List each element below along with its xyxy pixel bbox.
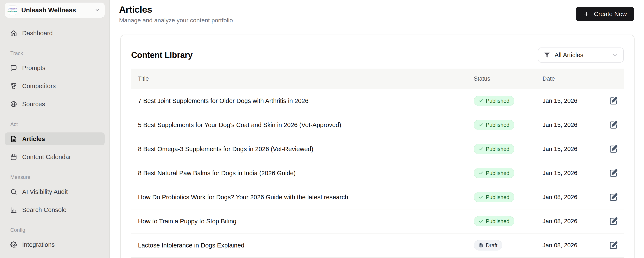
actions-cell — [604, 169, 624, 178]
edit-icon — [609, 120, 618, 129]
edit-icon — [609, 193, 618, 202]
sidebar-item-integrations[interactable]: Integrations — [5, 238, 105, 251]
sidebar-item-ai-visibility-audit[interactable]: AI Visibility Audit — [5, 185, 105, 198]
article-date: Jan 15, 2026 — [542, 170, 604, 176]
status-label: Draft — [486, 242, 498, 248]
sidebar-item-label: Dashboard — [22, 30, 53, 37]
sidebar-item-label: Articles — [22, 136, 45, 142]
workspace-logo-text-1: Unleash — [8, 8, 17, 10]
column-header-status: Status — [474, 76, 542, 82]
message-icon — [10, 65, 17, 72]
check-icon — [479, 195, 484, 200]
article-filter-dropdown[interactable]: All Articles — [538, 48, 624, 62]
workspace-switcher[interactable]: Unleash wellness Unleash Wellness — [5, 2, 105, 18]
edit-icon — [609, 145, 618, 153]
edit-icon — [609, 96, 618, 105]
card-header: Content Library All Articles — [131, 48, 624, 62]
status-cell: Published — [474, 120, 542, 130]
article-title: 8 Best Omega-3 Supplements for Dogs in 2… — [131, 146, 474, 153]
status-cell: Draft — [474, 240, 542, 250]
check-icon — [479, 122, 484, 127]
table-row[interactable]: 8 Best Natural Paw Balms for Dogs in Ind… — [131, 161, 624, 185]
sidebar-item-label: Search Console — [22, 206, 66, 214]
globe-icon — [10, 101, 17, 108]
table-row[interactable]: 8 Best Omega-3 Supplements for Dogs in 2… — [131, 137, 624, 161]
calendar-icon — [10, 154, 17, 160]
content-library-card: Content Library All Articles Title Statu… — [120, 34, 634, 258]
status-cell: Published — [474, 144, 542, 154]
edit-article-button[interactable] — [609, 169, 618, 178]
settings-icon — [10, 242, 17, 248]
nav-section-label: Config — [5, 227, 105, 233]
page-title: Articles — [119, 5, 234, 14]
sidebar-item-label: Integrations — [22, 241, 55, 248]
nav-section-label: Measure — [5, 174, 105, 180]
chevron-down-icon — [612, 52, 618, 58]
table-row[interactable]: 7 Best Joint Supplements for Older Dogs … — [131, 89, 624, 113]
edit-article-button[interactable] — [609, 217, 618, 226]
filter-icon — [544, 52, 550, 58]
check-icon — [479, 147, 484, 151]
actions-cell — [604, 193, 624, 202]
page-header-text: Articles Manage and analyze your content… — [119, 5, 234, 24]
draft-file-icon — [479, 243, 484, 248]
status-badge: Published — [474, 120, 514, 130]
status-label: Published — [486, 218, 510, 224]
sidebar-item-dashboard[interactable]: Dashboard — [5, 27, 105, 40]
status-label: Published — [486, 146, 510, 152]
actions-cell — [604, 217, 624, 226]
plus-icon — [583, 11, 590, 18]
article-date: Jan 08, 2026 — [542, 218, 604, 225]
workspace-logo: Unleash wellness — [8, 6, 17, 14]
table-header-row: Title Status Date — [131, 68, 624, 89]
article-title: How to Train a Puppy to Stop Biting — [131, 218, 474, 225]
file-text-icon — [10, 136, 17, 142]
create-new-button[interactable]: Create New — [576, 7, 634, 21]
sidebar-item-label: Competitors — [22, 82, 56, 90]
article-date: Jan 15, 2026 — [542, 146, 604, 152]
sidebar-item-content-calendar[interactable]: Content Calendar — [5, 150, 105, 164]
status-cell: Published — [474, 168, 542, 178]
nav-section-label: Track — [5, 50, 105, 56]
column-header-date: Date — [542, 76, 604, 82]
actions-cell — [604, 241, 624, 250]
sidebar-item-sources[interactable]: Sources — [5, 98, 105, 110]
card-title: Content Library — [131, 50, 192, 60]
edit-article-button[interactable] — [609, 96, 618, 105]
edit-icon — [609, 217, 618, 226]
sidebar-item-prompts[interactable]: Prompts — [5, 62, 105, 74]
status-label: Published — [486, 98, 510, 104]
status-cell: Published — [474, 192, 542, 202]
actions-cell — [604, 120, 624, 129]
article-date: Jan 08, 2026 — [542, 242, 604, 249]
sidebar-item-articles[interactable]: Articles — [5, 132, 105, 145]
status-cell: Published — [474, 96, 542, 106]
articles-table: Title Status Date 7 Best Joint Supplemen… — [131, 68, 624, 258]
page-subtitle: Manage and analyze your content portfoli… — [119, 17, 234, 24]
edit-article-button[interactable] — [609, 193, 618, 202]
chevron-down-icon — [94, 7, 100, 13]
article-title: Lactose Intolerance in Dogs Explained — [131, 242, 474, 249]
table-row[interactable]: Lactose Intolerance in Dogs ExplainedDra… — [131, 234, 624, 258]
edit-article-button[interactable] — [609, 241, 618, 250]
table-row[interactable]: 5 Best Supplements for Your Dog's Coat a… — [131, 113, 624, 137]
table-row[interactable]: How to Train a Puppy to Stop BitingPubli… — [131, 210, 624, 234]
check-icon — [479, 171, 484, 176]
sidebar-item-search-console[interactable]: Search Console — [5, 204, 105, 216]
edit-article-button[interactable] — [609, 120, 618, 129]
status-badge: Published — [474, 144, 514, 154]
article-title: How Do Probiotics Work for Dogs? Your 20… — [131, 194, 474, 201]
status-badge: Published — [474, 96, 514, 106]
status-label: Published — [486, 170, 510, 176]
content: Content Library All Articles Title Statu… — [110, 24, 644, 258]
home-icon — [10, 30, 17, 36]
medal-icon — [10, 83, 17, 90]
table-row[interactable]: How Do Probiotics Work for Dogs? Your 20… — [131, 185, 624, 210]
status-cell: Published — [474, 216, 542, 226]
status-badge: Published — [474, 192, 514, 202]
check-icon — [479, 219, 484, 224]
sidebar-item-competitors[interactable]: Competitors — [5, 80, 105, 92]
edit-article-button[interactable] — [609, 145, 618, 153]
bar-chart-icon — [10, 206, 17, 213]
article-title: 7 Best Joint Supplements for Older Dogs … — [131, 98, 474, 104]
